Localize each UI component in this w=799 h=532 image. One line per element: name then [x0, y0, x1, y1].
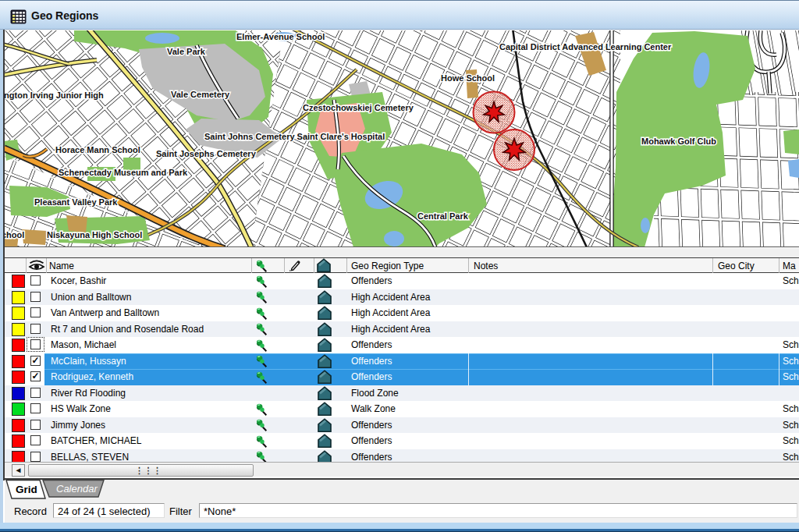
svg-text:Czestochowskiej Cemetery: Czestochowskiej Cemetery — [303, 103, 414, 112]
svg-text:chool: chool — [4, 230, 24, 239]
svg-text:Pleasant Valley Park: Pleasant Valley Park — [34, 197, 118, 207]
svg-text:Horace Mann School: Horace Mann School — [55, 145, 140, 154]
svg-text:ington Irving Junior High: ington Irving Junior High — [4, 90, 104, 100]
svg-text:Howe School: Howe School — [441, 73, 495, 83]
svg-text:Vale Cemetery: Vale Cemetery — [171, 90, 230, 99]
svg-text:Vale Park: Vale Park — [167, 47, 206, 56]
svg-text:Grid: Grid — [16, 484, 37, 495]
svg-text:Central Park: Central Park — [417, 211, 469, 221]
svg-text:Saint Johns Cemetery Saint Cla: Saint Johns Cemetery Saint Clare's Hospi… — [204, 132, 385, 141]
svg-text:Saint Josephs Cemetery: Saint Josephs Cemetery — [156, 149, 257, 158]
svg-text:Elmer-Avenue School: Elmer-Avenue School — [236, 32, 325, 41]
svg-text:Schenectady Museum and Park: Schenectady Museum and Park — [59, 168, 188, 177]
svg-text:Capital District Advanced Lear: Capital District Advanced Learning Cente… — [499, 42, 672, 51]
svg-text:Calendar: Calendar — [56, 483, 98, 495]
svg-text:Niskayuna High School: Niskayuna High School — [47, 230, 142, 239]
svg-text:Mohawk Golf Club: Mohawk Golf Club — [641, 137, 716, 146]
